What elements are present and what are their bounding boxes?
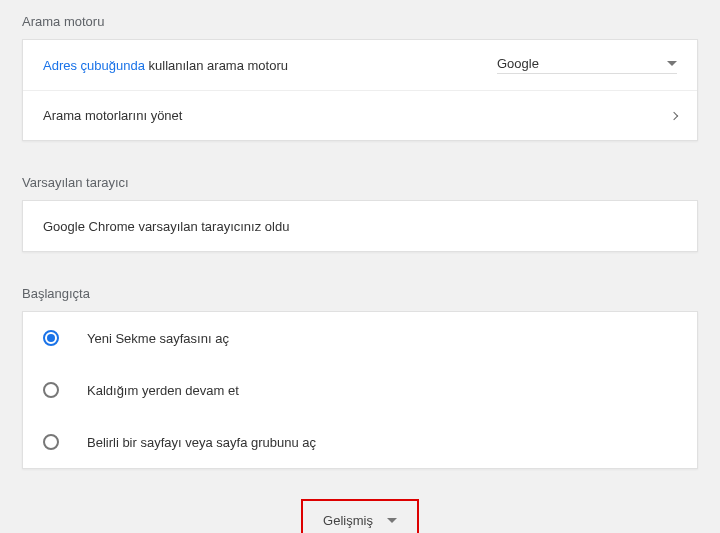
default-browser-card: Google Chrome varsayılan tarayıcınız old… (22, 200, 698, 252)
address-bar-link[interactable]: Adres çubuğunda (43, 58, 145, 73)
address-bar-label-rest: kullanılan arama motoru (145, 58, 288, 73)
advanced-button[interactable]: Gelişmiş (301, 499, 419, 533)
chevron-down-icon (387, 518, 397, 523)
radio-button[interactable] (43, 382, 59, 398)
address-bar-engine-label: Adres çubuğunda kullanılan arama motoru (43, 58, 497, 73)
manage-search-engines-label: Arama motorlarını yönet (43, 108, 671, 123)
chevron-right-icon (670, 111, 678, 119)
startup-option-row[interactable]: Yeni Sekme sayfasını aç (23, 312, 697, 364)
search-engine-card: Adres çubuğunda kullanılan arama motoru … (22, 39, 698, 141)
radio-button[interactable] (43, 434, 59, 450)
startup-option-label: Kaldığım yerden devam et (87, 383, 239, 398)
startup-option-label: Belirli bir sayfayı veya sayfa grubunu a… (87, 435, 316, 450)
on-startup-card: Yeni Sekme sayfasını açKaldığım yerden d… (22, 311, 698, 469)
default-browser-status-text: Google Chrome varsayılan tarayıcınız old… (43, 219, 677, 234)
radio-button[interactable] (43, 330, 59, 346)
address-bar-engine-row: Adres çubuğunda kullanılan arama motoru … (23, 40, 697, 90)
section-title-on-startup: Başlangıçta (0, 272, 720, 311)
section-title-default-browser: Varsayılan tarayıcı (0, 161, 720, 200)
manage-search-engines-row[interactable]: Arama motorlarını yönet (23, 90, 697, 140)
default-browser-status-row: Google Chrome varsayılan tarayıcınız old… (23, 201, 697, 251)
advanced-button-wrap: Gelişmiş (0, 499, 720, 533)
search-engine-select[interactable]: Google (497, 56, 677, 74)
search-engine-select-value: Google (497, 56, 539, 71)
dropdown-icon (667, 61, 677, 66)
advanced-button-label: Gelişmiş (323, 513, 373, 528)
section-title-search-engine: Arama motoru (0, 0, 720, 39)
startup-option-label: Yeni Sekme sayfasını aç (87, 331, 229, 346)
startup-option-row[interactable]: Kaldığım yerden devam et (23, 364, 697, 416)
startup-option-row[interactable]: Belirli bir sayfayı veya sayfa grubunu a… (23, 416, 697, 468)
